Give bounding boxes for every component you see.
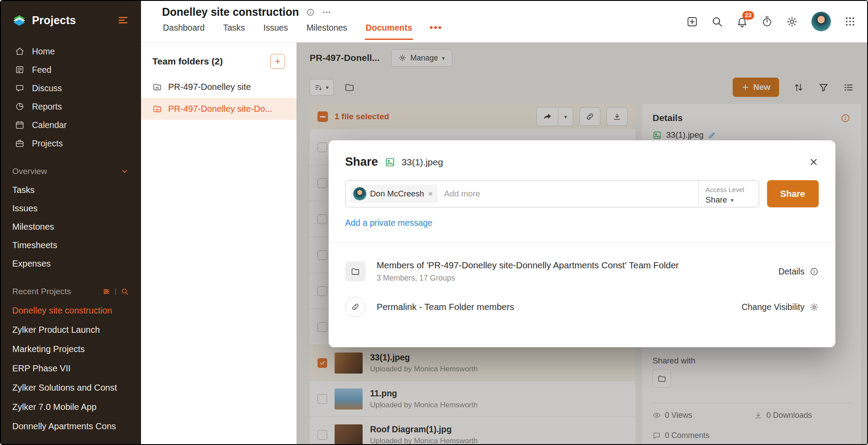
access-level-value: Share (706, 195, 727, 205)
recent-project-item[interactable]: ERP Phase VII (1, 359, 141, 378)
folder-image-icon (152, 82, 162, 92)
sidebar-item-projects[interactable]: Projects (1, 134, 141, 153)
notification-count-badge: 23 (742, 11, 754, 20)
access-level-label: Access Level (706, 186, 751, 193)
info-icon (809, 267, 819, 276)
chevron-down-icon: ▾ (730, 197, 734, 203)
recipients-input-box[interactable]: Don McCreesh × Access Level Share ▾ (345, 180, 759, 207)
notifications-bell-icon[interactable]: 23 (736, 16, 748, 28)
team-folder-item[interactable]: PR-497-Donelley site (141, 76, 296, 98)
recent-projects-label: Recent Projects (12, 287, 71, 296)
item-label: Zylker Product Launch (12, 325, 100, 335)
recent-project-item[interactable]: Zylker Solutions and Const (1, 378, 141, 397)
apps-grid-icon[interactable] (844, 16, 856, 27)
divider: | (115, 287, 116, 296)
tab-documents[interactable]: Documents (365, 19, 413, 40)
item-label: ERP Phase VII (12, 363, 71, 374)
page-title: Donelley site construction (162, 6, 299, 18)
sidebar: Projects Home Feed Discuss Reports (1, 1, 141, 444)
nav-label: Projects (32, 139, 63, 149)
remove-recipient-icon[interactable]: × (428, 190, 433, 198)
recent-project-item[interactable]: Marketing Projects (1, 339, 141, 359)
members-details-button[interactable]: Details (778, 267, 819, 277)
sidebar-item-calendar[interactable]: Calendar (1, 116, 141, 134)
nav-label: Reports (32, 102, 62, 112)
permalink-row-title: Permalink - Team Folder members (377, 302, 514, 312)
access-level-dropdown[interactable]: Access Level Share ▾ (698, 181, 759, 207)
image-file-icon (385, 157, 395, 167)
brand-title: Projects (32, 14, 76, 27)
home-icon (15, 46, 25, 56)
nav-label: Calendar (32, 120, 67, 130)
members-details-label: Details (778, 267, 804, 277)
sidebar-item-discuss[interactable]: Discuss (1, 79, 141, 97)
nav-label: Home (32, 46, 55, 57)
title-more-icon[interactable] (322, 7, 332, 17)
sidebar-item-expenses[interactable]: Expenses (1, 254, 141, 273)
brand-row: Projects (1, 1, 141, 36)
divider (328, 242, 835, 242)
team-folders-panel: Team folders (2) PR-497-Donelley site PR… (141, 43, 296, 444)
quick-add-icon[interactable] (686, 16, 698, 28)
timer-icon[interactable] (761, 16, 773, 28)
close-icon[interactable] (808, 157, 819, 167)
members-row-title: Members of 'PR-497-Donelley site-Donnell… (377, 260, 679, 271)
chevron-down-icon[interactable] (121, 167, 129, 175)
nav-label: Discuss (32, 83, 62, 93)
user-avatar[interactable] (811, 11, 831, 32)
sidebar-item-milestones[interactable]: Milestones (1, 217, 141, 236)
search-icon[interactable] (711, 16, 723, 28)
tab-issues[interactable]: Issues (262, 19, 289, 40)
tabs-more-icon[interactable]: ••• (430, 22, 442, 40)
change-visibility-label: Change Visibility (741, 302, 804, 312)
project-info-icon[interactable] (306, 8, 315, 17)
sidebar-toggle-icon[interactable] (117, 14, 129, 26)
sidebar-item-home[interactable]: Home (1, 42, 141, 61)
search-icon[interactable] (121, 288, 129, 295)
recent-project-item[interactable]: Zylker 7.0 Mobile App (1, 397, 141, 417)
tab-tasks[interactable]: Tasks (222, 19, 246, 40)
recent-project-item[interactable]: Donnelly Apartments Cons (1, 417, 141, 436)
sliders-icon[interactable] (102, 288, 110, 295)
calendar-icon (15, 120, 25, 130)
documents-main-area: PR-497-Donell... Manage ▾ ▾ (296, 43, 867, 444)
recent-project-item[interactable]: Donelley site construction (1, 301, 141, 320)
reports-icon (15, 102, 25, 111)
change-visibility-button[interactable]: Change Visibility (741, 302, 819, 312)
item-label: Expenses (12, 259, 51, 269)
item-label: Tasks (12, 185, 35, 195)
sidebar-item-timesheets[interactable]: Timesheets (1, 236, 141, 254)
gear-icon (809, 303, 819, 312)
item-label: Marketing Projects (12, 344, 85, 354)
recent-projects-header: Recent Projects | (1, 282, 141, 301)
sidebar-item-feed[interactable]: Feed (1, 61, 141, 79)
item-label: Timesheets (12, 240, 57, 250)
overview-header[interactable]: Overview (1, 162, 141, 181)
app-window: Projects Home Feed Discuss Reports (0, 0, 868, 445)
sidebar-item-reports[interactable]: Reports (1, 97, 141, 116)
tab-dashboard[interactable]: Dashboard (162, 19, 205, 40)
briefcase-icon (15, 139, 25, 148)
members-row-subtitle: 3 Members, 17 Groups (377, 274, 679, 283)
recent-project-item[interactable]: Zylker Product Launch (1, 320, 141, 339)
team-folder-members-row: Members of 'PR-497-Donelley site-Donnell… (345, 260, 819, 283)
share-submit-button[interactable]: Share (767, 180, 819, 207)
tab-milestones[interactable]: Milestones (306, 19, 348, 40)
folder-image-icon (152, 104, 162, 114)
sidebar-nav: Home Feed Discuss Reports Calendar Proje… (1, 42, 141, 153)
team-folder-item-active[interactable]: PR-497-Donelley site-Do... (141, 98, 296, 120)
add-team-folder-button[interactable] (270, 54, 285, 69)
projects-logo-icon (12, 13, 26, 27)
item-label: Issues (12, 203, 38, 214)
add-private-message-link[interactable]: Add a private message (345, 218, 432, 228)
settings-gear-icon[interactable] (786, 16, 798, 28)
item-label: Donnelly Apartments Cons (12, 421, 116, 431)
modal-title: Share (345, 155, 378, 169)
sidebar-item-tasks[interactable]: Tasks (1, 181, 141, 199)
permalink-row: Permalink - Team Folder members Change V… (345, 297, 819, 317)
recipient-name: Don McCreesh (370, 189, 424, 199)
top-bar: Donelley site construction Dashboard Tas… (141, 1, 867, 43)
add-more-input[interactable] (444, 189, 698, 199)
share-modal: Share 33(1).jpeg Don McCreesh × (328, 140, 835, 347)
sidebar-item-issues[interactable]: Issues (1, 199, 141, 217)
